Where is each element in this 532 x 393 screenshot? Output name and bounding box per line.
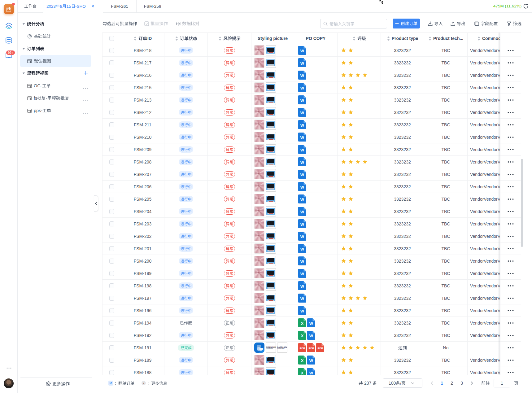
svg-text:W: W	[300, 123, 304, 128]
svg-text:W: W	[300, 61, 304, 66]
svg-text:ACCESSORIES: ACCESSORIES	[277, 348, 285, 350]
svg-text:W: W	[300, 309, 304, 313]
svg-text:W: W	[309, 334, 313, 338]
svg-text:W: W	[300, 49, 304, 53]
svg-text:W: W	[309, 321, 313, 326]
svg-text:W: W	[300, 247, 304, 251]
svg-text:ACCESSORIES: ACCESSORIES	[266, 348, 273, 350]
svg-text:X: X	[301, 358, 304, 363]
svg-text:W: W	[300, 148, 304, 152]
svg-text:W: W	[300, 222, 304, 227]
svg-text:X: X	[301, 371, 304, 375]
svg-text:W: W	[300, 284, 304, 289]
svg-text:W: W	[300, 111, 304, 115]
svg-text:W: W	[300, 160, 304, 165]
svg-text:W: W	[300, 234, 304, 239]
svg-text:DAREN-SCM: DAREN-SCM	[277, 346, 287, 348]
svg-text:W: W	[300, 98, 304, 103]
svg-text:W: W	[300, 86, 304, 90]
svg-text:PDF: PDF	[309, 347, 314, 350]
svg-text:X: X	[301, 321, 304, 326]
svg-text:W: W	[300, 259, 304, 264]
svg-text:W: W	[309, 358, 313, 363]
svg-text:W: W	[300, 296, 304, 301]
svg-text:W: W	[300, 185, 304, 190]
svg-text:W: W	[309, 371, 313, 375]
svg-text:X: X	[301, 334, 304, 338]
svg-text:W: W	[300, 197, 304, 202]
svg-text:PDF: PDF	[318, 347, 323, 350]
svg-text:PDF: PDF	[300, 347, 305, 350]
svg-text:W: W	[300, 172, 304, 177]
svg-text:DAREN-SCM: DAREN-SCM	[266, 346, 276, 348]
svg-text:W: W	[300, 210, 304, 214]
svg-text:W: W	[300, 272, 304, 276]
svg-text:W: W	[300, 135, 304, 140]
svg-text:W: W	[300, 73, 304, 78]
